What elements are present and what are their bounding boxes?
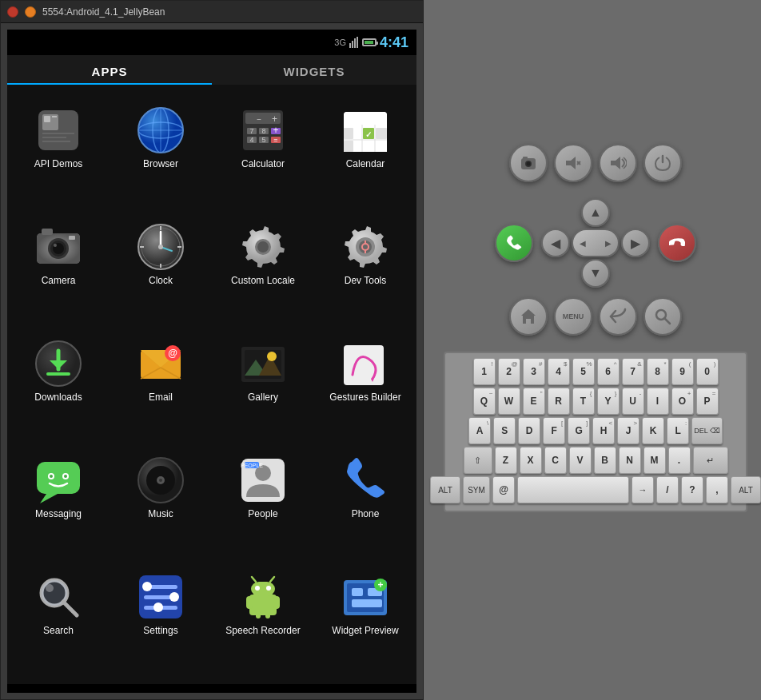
app-item-music[interactable]: Music: [110, 443, 212, 559]
menu-button[interactable]: MENU: [554, 297, 592, 336]
key-z[interactable]: Z: [495, 447, 517, 474]
key-alt-right[interactable]: ALT: [731, 476, 761, 503]
key-u[interactable]: -U: [622, 388, 644, 415]
key-t[interactable]: {T: [572, 388, 595, 415]
app-item-gallery[interactable]: Gallery: [212, 326, 314, 443]
key-j[interactable]: >J: [617, 417, 639, 444]
app-item-settings[interactable]: Settings: [110, 559, 212, 676]
app-item-calendar[interactable]: ✓ Calendar: [314, 93, 416, 209]
tab-apps[interactable]: APPS: [7, 55, 212, 85]
key-enter[interactable]: ↵: [693, 447, 728, 474]
key-del[interactable]: DEL ⌫: [691, 417, 723, 444]
search-hw-button[interactable]: [643, 297, 682, 336]
key-4[interactable]: $4: [548, 358, 570, 385]
key-g[interactable]: ]G: [568, 417, 590, 444]
app-item-widget-preview[interactable]: + Widget Preview: [314, 559, 416, 676]
key-k[interactable]: K: [642, 417, 664, 444]
key-f[interactable]: [F: [543, 417, 565, 444]
volume-up-button[interactable]: [599, 144, 637, 182]
key-question[interactable]: ?: [681, 476, 703, 503]
key-8[interactable]: *8: [647, 358, 669, 385]
volume-down-button[interactable]: [554, 144, 592, 182]
app-item-gestures[interactable]: Gestures Builder: [314, 326, 416, 443]
app-item-dev-tools[interactable]: Dev Tools: [314, 209, 416, 326]
svg-rect-9: [42, 137, 66, 138]
svg-point-53: [54, 244, 57, 247]
key-3[interactable]: #3: [523, 358, 545, 385]
key-v[interactable]: V: [569, 447, 592, 474]
svg-text:✓: ✓: [365, 130, 372, 139]
key-a[interactable]: \A: [468, 417, 491, 444]
key-1[interactable]: !1: [473, 358, 496, 385]
key-comma[interactable]: ,: [706, 476, 728, 503]
key-shift[interactable]: ⇧: [464, 447, 492, 474]
app-item-camera[interactable]: Camera: [7, 209, 110, 326]
dpad-down-button[interactable]: ▼: [581, 259, 610, 288]
svg-rect-123: [251, 582, 275, 596]
phone-screen: 3G 4:41 APPS WIDGETS: [7, 30, 416, 693]
app-item-api-demos[interactable]: API Demos: [7, 93, 110, 209]
svg-text:4: 4: [249, 136, 253, 144]
key-l[interactable]: :L: [667, 417, 689, 444]
key-n[interactable]: N: [619, 447, 641, 474]
key-s[interactable]: S: [493, 417, 516, 444]
key-5[interactable]: %5: [572, 358, 595, 385]
key-arrow-right[interactable]: →: [632, 476, 654, 503]
key-slash[interactable]: /: [656, 476, 679, 503]
app-item-browser[interactable]: Browser: [110, 93, 212, 209]
key-o[interactable]: +O: [671, 388, 694, 415]
app-item-speech-recorder[interactable]: Speech Recorder: [212, 559, 314, 676]
svg-rect-3: [357, 37, 358, 48]
key-m[interactable]: M: [643, 447, 666, 474]
end-call-button[interactable]: [658, 224, 696, 262]
key-0[interactable]: )0: [696, 358, 719, 385]
app-item-search[interactable]: Search: [7, 559, 110, 676]
key-b[interactable]: B: [594, 447, 616, 474]
key-9[interactable]: (9: [671, 358, 694, 385]
app-item-email[interactable]: @ Email: [110, 326, 212, 443]
home-button[interactable]: [509, 297, 548, 336]
key-alt-left[interactable]: ALT: [430, 476, 460, 503]
key-i[interactable]: I: [647, 388, 669, 415]
close-button[interactable]: [7, 6, 18, 18]
key-c[interactable]: C: [544, 447, 567, 474]
app-item-messaging[interactable]: Messaging: [7, 443, 110, 559]
key-2[interactable]: @2: [498, 358, 520, 385]
app-item-people[interactable]: PEOPLE People: [212, 443, 314, 559]
power-button[interactable]: [643, 144, 682, 182]
key-y[interactable]: }Y: [597, 388, 620, 415]
app-item-calculator[interactable]: + − 7 8 + 4 5 =: [212, 93, 314, 209]
svg-line-109: [63, 602, 77, 615]
tab-bar: APPS WIDGETS: [7, 55, 416, 85]
tab-widgets[interactable]: WIDGETS: [212, 55, 416, 85]
calculator-icon: + − 7 8 + 4 5 =: [235, 102, 291, 158]
key-d[interactable]: D: [518, 417, 540, 444]
dpad-right-button[interactable]: ▶: [621, 229, 650, 257]
key-6[interactable]: ^6: [597, 358, 620, 385]
dpad-up-button[interactable]: ▲: [581, 198, 610, 227]
app-item-clock[interactable]: Clock: [110, 209, 212, 326]
camera-hw-button[interactable]: [509, 144, 548, 182]
app-item-downloads[interactable]: Downloads: [7, 326, 110, 443]
key-h[interactable]: <H: [592, 417, 615, 444]
dpad-center-button[interactable]: ◀ ▶: [572, 229, 620, 257]
key-x[interactable]: X: [520, 447, 542, 474]
app-item-phone[interactable]: Phone: [314, 443, 416, 559]
key-period[interactable]: .: [668, 447, 691, 474]
app-item-custom-locale[interactable]: Custom Locale: [212, 209, 314, 326]
minimize-button[interactable]: [25, 6, 36, 18]
key-sym[interactable]: SYM: [463, 476, 490, 503]
svg-rect-119: [246, 596, 253, 609]
back-button[interactable]: [599, 297, 637, 336]
key-q[interactable]: ~Q: [473, 388, 496, 415]
key-w[interactable]: W: [498, 388, 520, 415]
key-at[interactable]: @: [492, 476, 515, 503]
key-p[interactable]: =P: [696, 388, 719, 415]
key-space[interactable]: [517, 476, 629, 503]
key-r[interactable]: R: [548, 388, 570, 415]
call-button[interactable]: [495, 224, 533, 262]
key-7[interactable]: &7: [622, 358, 644, 385]
dpad-left-button[interactable]: ◀: [541, 229, 570, 257]
key-e[interactable]: "E: [523, 388, 545, 415]
gestures-label: Gestures Builder: [329, 392, 400, 404]
